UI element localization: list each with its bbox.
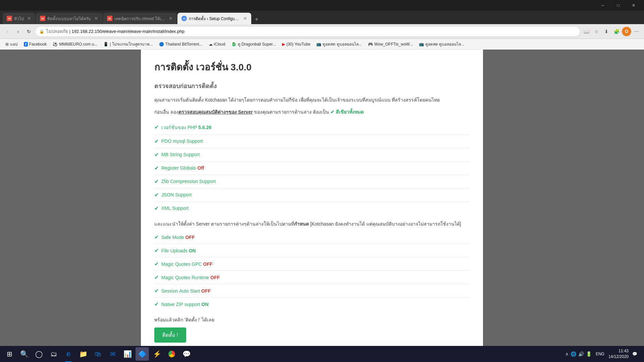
bookmark-apps[interactable]: ⊞ แอป [3, 40, 20, 49]
tab-2-label: ติดตั้งระบบบลาไม่ได้ครับ [47, 15, 91, 22]
item-xml: XML Support [161, 205, 189, 211]
wow-icon: 🎮 [368, 42, 373, 47]
clock-date: 14/12/2020 [608, 354, 629, 360]
edge-taskbar[interactable]: e [62, 347, 75, 361]
back-button[interactable]: ‹ [3, 27, 12, 36]
icloud-icon: ☁ [209, 42, 213, 47]
tab-1-close[interactable]: ✕ [27, 16, 31, 21]
bookmark-facebook-label: Facebook [29, 42, 47, 47]
check-mark-xml: ✔ [154, 205, 159, 212]
item-fileuploads: File Uploads ON [161, 248, 196, 253]
tab-4[interactable]: ⚙ การติดตั้ง › Setup Configuration F... … [177, 13, 251, 24]
store-taskbar[interactable]: 🛍 [91, 347, 105, 361]
bookmark-youtube-label: (30) YouTube [286, 42, 311, 47]
start-button[interactable]: ⊞ [3, 347, 16, 361]
check-mark-php: ✔ [154, 124, 159, 130]
tab-2[interactable]: W ติดตั้งระบบบลาไม่ได้ครับ ✕ [36, 13, 102, 24]
window-controls: ─ □ ✕ [595, 0, 641, 11]
bookmarks-bar: ⊞ แอป f Facebook ⚽ MM88EURO.com u... 📱 |… [0, 39, 644, 50]
mm88-icon: ⚽ [53, 42, 58, 47]
check-php: ✔ เวอร์ชั่นของ PHP 5.6.26 [154, 120, 470, 134]
task-view-button[interactable]: 🗂 [47, 347, 60, 361]
bookmark-mm88-label: MM88EURO.com u... [59, 42, 97, 47]
filezilla-taskbar[interactable]: ⚡ [150, 347, 164, 361]
bookmark-apps-label: แอป [10, 41, 18, 47]
profile-icon[interactable]: O [622, 27, 631, 36]
close-button[interactable]: ✕ [626, 0, 641, 11]
tab-1[interactable]: W หัวไป ✕ [3, 13, 35, 24]
cortana-button[interactable]: ◯ [32, 347, 46, 361]
item-mqgpc: Magic Quotes GPC OFF [161, 261, 213, 267]
tab-4-label: การติดตั้ง › Setup Configuration F... [189, 15, 240, 22]
favorites-icon[interactable]: ☆ [592, 27, 601, 36]
unknown-taskbar[interactable]: 🔷 [136, 347, 149, 361]
check-mark-safemode: ✔ [154, 234, 159, 240]
maximize-button[interactable]: □ [610, 0, 626, 11]
bookmark-bittorrent[interactable]: 🔵 Thailand BitTorrent... [156, 41, 205, 48]
install-button[interactable]: ติดตั้ง ! [154, 327, 186, 343]
address-field[interactable]: 🔒 ไม่ปลอดภัย | 192.168.22.150/eleave-mai… [35, 26, 580, 37]
desc2-before: ก่อนอื่น ลองตรวจสอบคุณสมบัติต่างๆของ Ser… [154, 109, 329, 115]
check-session: ✔ Session Auto Start OFF [154, 284, 470, 297]
item-safemode: Safe Mode OFF [161, 235, 195, 240]
check-zlib: ✔ Zlib Compression Support [154, 175, 470, 188]
desc2: ก่อนอื่น ลองตรวจสอบคุณสมบัติต่างๆของ Ser… [154, 108, 470, 116]
files-taskbar[interactable]: 📁 [76, 347, 90, 361]
bookmark-dragon[interactable]: 🐉 ดู Dragonball Super... [229, 40, 279, 49]
bookmark-youtube[interactable]: ▶ (30) YouTube [279, 41, 313, 48]
tab-3-label: เทคนิคการปรับ chmod ให้เป็น 777 ใ... [114, 15, 165, 22]
tab-3[interactable]: W เทคนิคการปรับ chmod ให้เป็น 777 ใ... ✕ [103, 13, 177, 24]
tray-battery[interactable]: 🔋 [586, 351, 592, 357]
check-globals: ✔ Register Globals Off [154, 162, 470, 175]
tab-2-close[interactable]: ✕ [94, 16, 98, 21]
minimize-button[interactable]: ─ [595, 0, 610, 11]
bookmark-live1-label: ดูอดสด ดูบอลออนไล... [323, 41, 362, 47]
desc1: คุณสามารถเริ่มต้นติดตั้ง Kotchasan ได้ง่… [154, 96, 470, 104]
tab-4-close[interactable]: ✕ [243, 16, 247, 21]
bookmark-facebook[interactable]: f Facebook [21, 41, 49, 48]
tray-network[interactable]: 🌐 [571, 351, 576, 357]
bookmark-live2-label: ดูอดสด ดูบอลออนไล... [425, 41, 464, 47]
item-php: เวอร์ชั่นของ PHP 5.6.26 [161, 124, 211, 131]
item-mqruntime: Magic Quotes Runtime OFF [161, 275, 220, 280]
lang-button[interactable]: ENG [594, 351, 606, 357]
live1-icon: 📺 [316, 42, 321, 47]
check-mark-pdo: ✔ [154, 138, 159, 144]
bookmark-bittorrent-label: Thailand BitTorrent... [165, 42, 203, 47]
tray-volume[interactable]: 🔊 [578, 351, 584, 357]
chrome-taskbar[interactable] [165, 347, 178, 361]
mail-taskbar[interactable]: ✉ [106, 347, 119, 361]
search-button[interactable]: 🔍 [17, 347, 31, 361]
sidebar-left [0, 50, 141, 346]
tray-expand[interactable]: ∧ [565, 351, 569, 357]
collections-icon[interactable]: ⬇ [602, 27, 611, 36]
item-mb: MB String Support [161, 152, 200, 157]
bookmark-mm88[interactable]: ⚽ MM88EURO.com u... [50, 41, 100, 48]
check-mark-mb: ✔ [154, 152, 159, 158]
check-mqruntime: ✔ Magic Quotes Runtime OFF [154, 271, 470, 284]
bittorrent-icon: 🔵 [159, 42, 164, 47]
bookmark-icloud[interactable]: ☁ iCloud [206, 41, 228, 48]
live2-icon: 📺 [419, 42, 424, 47]
menu-icon[interactable]: ⋯ [632, 27, 641, 36]
install-note: และแนะนำให้ตั้งค่า Server ตามรายการต่างๆ… [154, 220, 470, 228]
address-bar: ‹ › ↻ 🔒 ไม่ปลอดภัย | 192.168.22.150/elea… [0, 24, 644, 39]
forward-button[interactable]: › [13, 27, 23, 36]
notifications-button[interactable]: 💬 [631, 350, 639, 358]
extensions-icon[interactable]: 🧩 [612, 27, 621, 36]
new-tab-button[interactable]: + [252, 15, 261, 24]
clock-time: 11:43 [608, 348, 629, 354]
reload-button[interactable]: ↻ [24, 27, 34, 36]
check-mark-mqruntime: ✔ [154, 274, 159, 281]
excel-taskbar[interactable]: 📊 [121, 347, 134, 361]
prog-icon: 📱 [103, 42, 108, 47]
tab-3-close[interactable]: ✕ [169, 16, 173, 21]
bookmark-wow[interactable]: 🎮 Wow_OFFTis_woW... [365, 41, 416, 48]
read-mode-icon[interactable]: 📖 [582, 27, 591, 36]
line-taskbar[interactable]: 💬 [180, 347, 193, 361]
desc2-green: ✔ สีเขียวทั้งหมด [330, 109, 364, 115]
bookmark-live2[interactable]: 📺 ดูอดสด ดูบอลออนไล... [416, 40, 467, 49]
tab-2-icon: W [40, 16, 45, 21]
bookmark-live1[interactable]: 📺 ดูอดสด ดูบอลออนไล... [314, 40, 364, 49]
bookmark-prog[interactable]: 📱 | โปรแกรมโกงสูตรบาค... [101, 40, 155, 49]
